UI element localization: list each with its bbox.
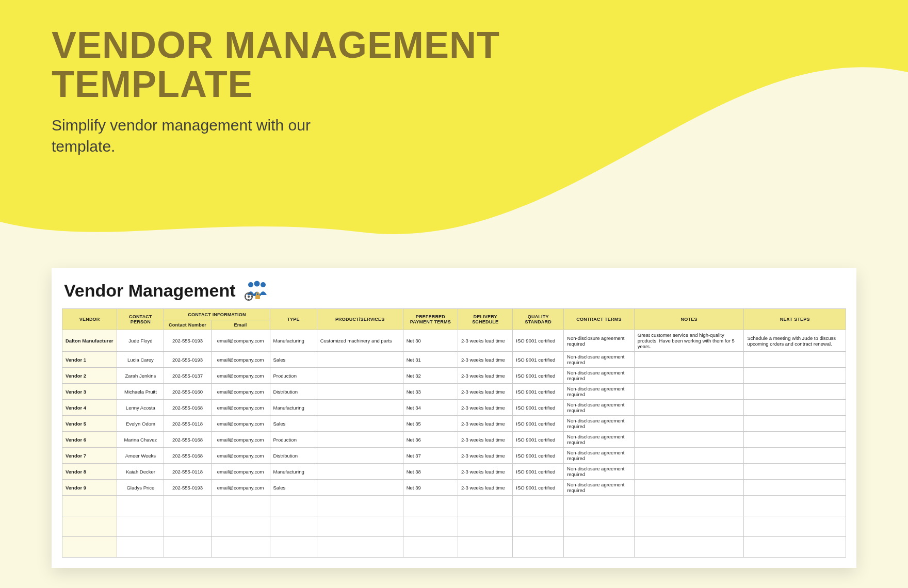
table-header: VENDOR CONTACT PERSON CONTACT INFORMATIO…	[62, 309, 846, 330]
cell-next	[744, 400, 846, 416]
cell-email: email@company.com	[211, 416, 270, 432]
cell-email: email@company.com	[211, 480, 270, 496]
cell-delivery: 2-3 weeks lead time	[458, 400, 513, 416]
cell-number: 202-555-0160	[164, 384, 211, 400]
title-line-1: VENDOR MANAGEMENT	[52, 24, 500, 66]
cell-quality: ISO 9001 certified	[513, 416, 564, 432]
page-title: VENDOR MANAGEMENT TEMPLATE	[52, 26, 500, 104]
cell-payment: Net 32	[403, 368, 458, 384]
cell-quality: ISO 9001 certified	[513, 352, 564, 368]
cell-notes	[634, 368, 744, 384]
cell-delivery: 2-3 weeks lead time	[458, 416, 513, 432]
cell-type: Distribution	[270, 448, 317, 464]
cell-delivery: 2-3 weeks lead time	[458, 352, 513, 368]
cell-type: Manufacturing	[270, 330, 317, 352]
cell-next	[744, 432, 846, 448]
cell-quality: ISO 9001 certified	[513, 368, 564, 384]
cell-empty	[458, 537, 513, 558]
header-notes: NOTES	[634, 309, 744, 330]
cell-next	[744, 448, 846, 464]
cell-next	[744, 384, 846, 400]
svg-point-0	[248, 282, 253, 287]
cell-contract: Non-disclosure agreement required	[564, 480, 635, 496]
spreadsheet-preview: Vendor Management	[52, 268, 856, 568]
table-row-empty	[62, 496, 846, 516]
cell-empty	[634, 537, 744, 558]
table-row: Vendor 7Ameer Weeks202-555-0168email@com…	[62, 448, 846, 464]
svg-point-4	[247, 296, 249, 298]
header-contact-info: CONTACT INFORMATION	[164, 309, 270, 320]
cell-contact: Marina Chavez	[117, 432, 164, 448]
cell-product: Customized machinery and parts	[317, 330, 403, 352]
cell-vendor: Vendor 1	[62, 352, 117, 368]
cell-payment: Net 39	[403, 480, 458, 496]
cell-email: email@company.com	[211, 352, 270, 368]
cell-quality: ISO 9001 certified	[513, 432, 564, 448]
cell-next	[744, 368, 846, 384]
cell-empty	[744, 537, 846, 558]
page-subtitle: Simplify vendor management with our temp…	[52, 115, 340, 157]
cell-next	[744, 416, 846, 432]
cell-contact: Ameer Weeks	[117, 448, 164, 464]
cell-product	[317, 464, 403, 480]
table-row: Vendor 1Lucia Carey202-555-0193email@com…	[62, 352, 846, 368]
header-product-services: PRODUCT/SERVICES	[317, 309, 403, 330]
cell-contract: Non-disclosure agreement required	[564, 416, 635, 432]
cell-contact: Gladys Price	[117, 480, 164, 496]
cell-vendor: Dalton Manufacturer	[62, 330, 117, 352]
cell-vendor: Vendor 4	[62, 400, 117, 416]
cell-empty	[634, 496, 744, 516]
cell-number: 202-555-0193	[164, 330, 211, 352]
cell-next	[744, 480, 846, 496]
cell-email: email@company.com	[211, 448, 270, 464]
cell-empty	[270, 537, 317, 558]
svg-rect-8	[251, 296, 253, 297]
cell-notes	[634, 352, 744, 368]
cell-contact: Jude Floyd	[117, 330, 164, 352]
cell-next: Schedule a meeting with Jude to discuss …	[744, 330, 846, 352]
cell-empty	[564, 537, 635, 558]
cell-contact: Evelyn Odom	[117, 416, 164, 432]
header-contact-person: CONTACT PERSON	[117, 309, 164, 330]
svg-point-2	[261, 282, 266, 287]
cell-empty	[117, 496, 164, 516]
cell-empty	[164, 516, 211, 537]
cell-next	[744, 352, 846, 368]
cell-empty	[513, 537, 564, 558]
header-email: Email	[211, 320, 270, 330]
cell-empty	[317, 537, 403, 558]
cell-type: Sales	[270, 416, 317, 432]
cell-empty	[458, 496, 513, 516]
cell-contract: Non-disclosure agreement required	[564, 368, 635, 384]
table-row: Vendor 8Kaiah Decker202-555-0118email@co…	[62, 464, 846, 480]
cell-email: email@company.com	[211, 400, 270, 416]
cell-empty	[317, 516, 403, 537]
cell-empty	[164, 496, 211, 516]
cell-empty	[564, 496, 635, 516]
cell-payment: Net 37	[403, 448, 458, 464]
cell-contract: Non-disclosure agreement required	[564, 384, 635, 400]
table-row: Vendor 6Marina Chavez202-555-0168email@c…	[62, 432, 846, 448]
svg-rect-6	[248, 299, 249, 301]
cell-email: email@company.com	[211, 464, 270, 480]
cell-product	[317, 400, 403, 416]
cell-empty	[317, 496, 403, 516]
cell-payment: Net 36	[403, 432, 458, 448]
table-row: Vendor 3Michaela Pruitt202-555-0160email…	[62, 384, 846, 400]
cell-next	[744, 464, 846, 480]
cell-quality: ISO 9001 certified	[513, 464, 564, 480]
header-contract: CONTRACT TERMS	[564, 309, 635, 330]
cell-empty	[513, 496, 564, 516]
cell-product	[317, 352, 403, 368]
cell-contact: Zarah Jenkins	[117, 368, 164, 384]
cell-empty	[458, 516, 513, 537]
cell-product	[317, 384, 403, 400]
header-type: TYPE	[270, 309, 317, 330]
cell-vendor: Vendor 9	[62, 480, 117, 496]
team-management-icon	[243, 280, 269, 301]
table-row: Vendor 5Evelyn Odom202-555-0118email@com…	[62, 416, 846, 432]
cell-payment: Net 38	[403, 464, 458, 480]
cell-quality: ISO 9001 certified	[513, 330, 564, 352]
cell-payment: Net 35	[403, 416, 458, 432]
table-row-empty	[62, 516, 846, 537]
